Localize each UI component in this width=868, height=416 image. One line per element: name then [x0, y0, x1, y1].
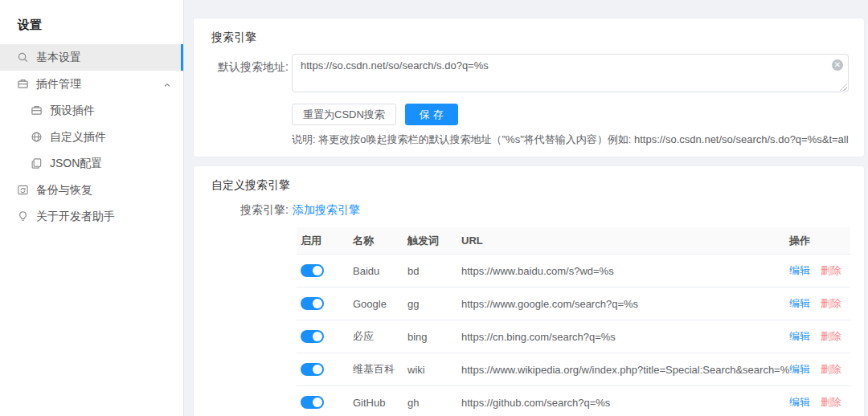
engine-url: https://www.google.com/search?q=%s — [457, 298, 789, 310]
table-body: Baidu bd https://www.baidu.com/s?wd=%s 编… — [297, 255, 850, 416]
engine-trigger: gg — [403, 298, 457, 310]
toggle-knob — [313, 398, 322, 407]
actions-cell: 编辑 删除 — [789, 395, 850, 410]
table-row: GitHub gh https://github.com/search?q=%s… — [297, 386, 850, 416]
search-engine-card: 搜索引擎 默认搜索地址: https://so.csdn.net/so/sear… — [193, 18, 865, 157]
add-search-engine-link[interactable]: 添加搜索引擎 — [293, 203, 360, 218]
save-button[interactable]: 保存 — [405, 104, 458, 125]
sidebar-item-json-config[interactable]: JSON配置 — [0, 150, 183, 177]
header-name: 名称 — [349, 234, 403, 248]
card-title: 自定义搜索引擎 — [194, 166, 864, 193]
default-address-label: 默认搜索地址: — [194, 54, 289, 92]
engine-name: 维基百科 — [349, 362, 403, 377]
default-address-input[interactable]: https://so.csdn.net/so/search/s.do?q=%s — [292, 54, 849, 92]
engine-url: https://github.com/search?q=%s — [457, 397, 789, 409]
clear-circle-icon[interactable]: ✕ — [832, 59, 843, 71]
actions-cell: 编辑 删除 — [789, 329, 850, 344]
delete-link[interactable]: 删除 — [821, 297, 841, 309]
sidebar-item-label: 自定义插件 — [50, 130, 106, 145]
sidebar-item-label: 关于开发者助手 — [36, 210, 115, 224]
enable-cell — [297, 264, 349, 278]
settings-sidebar: 设置 基本设置 插件管理 预设插件 自定义插件 JSON配置 — [0, 0, 184, 416]
sidebar-item-plugin-management[interactable]: 插件管理 — [0, 71, 183, 97]
backup-icon — [17, 184, 29, 196]
delete-link[interactable]: 删除 — [821, 396, 841, 408]
document-icon — [31, 157, 43, 169]
delete-link[interactable]: 删除 — [821, 330, 841, 342]
toolbox-icon — [17, 78, 29, 90]
sidebar-item-preset-plugins[interactable]: 预设插件 — [0, 97, 183, 124]
engine-trigger: bd — [403, 265, 457, 277]
engine-trigger: bing — [403, 331, 457, 343]
sidebar-item-label: 备份与恢复 — [36, 183, 92, 198]
enable-toggle[interactable] — [301, 330, 324, 343]
card-title: 搜索引擎 — [194, 18, 864, 45]
enable-toggle[interactable] — [301, 297, 324, 310]
actions-cell: 编辑 删除 — [789, 296, 850, 311]
table-header: 启用 名称 触发词 URL 操作 — [297, 227, 850, 255]
toggle-knob — [313, 299, 322, 308]
sidebar-item-label: JSON配置 — [50, 157, 102, 171]
edit-link[interactable]: 编辑 — [789, 363, 810, 375]
enable-toggle[interactable] — [301, 396, 324, 409]
edit-link[interactable]: 编辑 — [789, 396, 810, 408]
sidebar-item-backup-restore[interactable]: 备份与恢复 — [0, 177, 183, 203]
enable-toggle[interactable] — [301, 264, 324, 277]
engine-url: https://cn.bing.com/search?q=%s — [457, 331, 789, 343]
default-address-row: 默认搜索地址: https://so.csdn.net/so/search/s.… — [194, 54, 864, 92]
header-enable: 启用 — [297, 234, 349, 248]
edit-link[interactable]: 编辑 — [789, 264, 810, 276]
delete-link[interactable]: 删除 — [821, 363, 841, 375]
enable-cell — [297, 330, 349, 344]
engines-row: 搜索引擎: 添加搜索引擎 — [194, 203, 864, 218]
sidebar-title: 设置 — [0, 0, 183, 44]
reset-csdn-button[interactable]: 重置为CSDN搜索 — [292, 104, 396, 125]
sidebar-item-label: 插件管理 — [36, 77, 81, 92]
edit-link[interactable]: 编辑 — [789, 297, 810, 309]
default-address-field-wrap: https://so.csdn.net/so/search/s.do?q=%s … — [292, 54, 849, 92]
header-trigger: 触发词 — [403, 234, 457, 248]
search-engines-table: 启用 名称 触发词 URL 操作 Baidu bd https://www.ba… — [297, 227, 850, 416]
search-icon — [17, 51, 29, 63]
enable-cell — [297, 297, 349, 311]
enable-cell — [297, 363, 349, 377]
settings-content: 搜索引擎 默认搜索地址: https://so.csdn.net/so/sear… — [193, 0, 865, 416]
engine-name: Google — [349, 298, 403, 310]
toggle-knob — [313, 266, 322, 275]
toolbox-icon — [31, 104, 43, 116]
lightbulb-icon — [17, 210, 29, 222]
resize-grip-icon[interactable] — [840, 84, 847, 91]
engine-trigger: gh — [403, 397, 457, 409]
toggle-knob — [313, 332, 322, 341]
delete-link[interactable]: 删除 — [821, 264, 841, 276]
engine-trigger: wiki — [403, 364, 457, 376]
table-row: Baidu bd https://www.baidu.com/s?wd=%s 编… — [297, 255, 850, 288]
engine-url: https://www.baidu.com/s?wd=%s — [457, 265, 789, 277]
button-row: 重置为CSDN搜索 保存 — [292, 104, 864, 125]
enable-cell — [297, 396, 349, 410]
table-row: 维基百科 wiki https://www.wikipedia.org/w/in… — [297, 353, 850, 386]
actions-cell: 编辑 删除 — [789, 263, 850, 278]
sidebar-item-custom-plugins[interactable]: 自定义插件 — [0, 124, 183, 150]
header-url: URL — [457, 235, 789, 247]
sidebar-item-label: 基本设置 — [36, 51, 81, 65]
table-row: 必应 bing https://cn.bing.com/search?q=%s … — [297, 320, 850, 353]
actions-cell: 编辑 删除 — [789, 362, 850, 377]
engine-name: Baidu — [349, 265, 403, 277]
custom-search-engine-card: 自定义搜索引擎 搜索引擎: 添加搜索引擎 启用 名称 触发词 URL 操作 Ba… — [193, 165, 865, 416]
engine-name: 必应 — [349, 329, 403, 344]
search-engine-note: 说明: 将更改按o唤起搜索栏的默认搜索地址（"%s"将代替输入内容）例如: ht… — [292, 133, 864, 147]
engines-label: 搜索引擎: — [194, 203, 289, 218]
header-actions: 操作 — [789, 234, 850, 248]
engine-name: GitHub — [349, 397, 403, 409]
edit-link[interactable]: 编辑 — [789, 330, 810, 342]
sidebar-item-basic-settings[interactable]: 基本设置 — [0, 44, 183, 71]
sidebar-item-label: 预设插件 — [50, 104, 95, 118]
chevron-up-icon[interactable] — [162, 80, 172, 89]
sidebar-item-about[interactable]: 关于开发者助手 — [0, 203, 183, 230]
toggle-knob — [313, 365, 322, 374]
globe-icon — [31, 131, 43, 143]
enable-toggle[interactable] — [301, 363, 324, 376]
engine-url: https://www.wikipedia.org/w/index.php?ti… — [457, 364, 789, 376]
table-row: Google gg https://www.google.com/search?… — [297, 288, 850, 320]
